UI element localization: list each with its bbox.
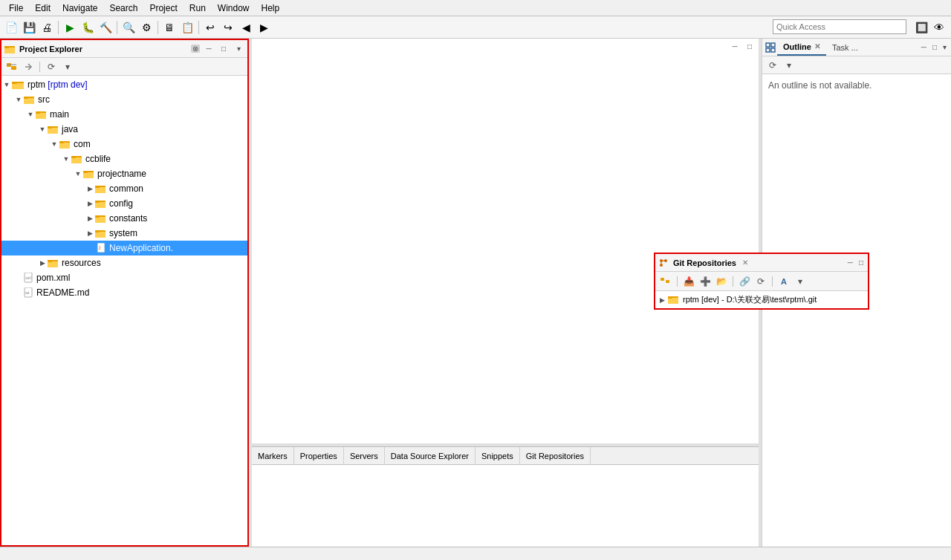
outline-view-menu[interactable]: ▾ [941,43,948,51]
git-refresh-btn[interactable]: ⟳ [753,275,768,288]
tree-item-constants[interactable]: ▶ constants [1,211,247,226]
outline-tab[interactable]: Outline ✕ [777,39,826,56]
menu-file[interactable]: File [3,1,29,15]
tree-item-java[interactable]: ▼ java [1,122,247,137]
menu-run[interactable]: Run [184,1,212,15]
tab-properties[interactable]: Properties [294,447,344,464]
task-btn[interactable]: 📋 [179,19,195,36]
svg-rect-10 [24,98,34,104]
save-button[interactable]: 💾 [21,19,37,36]
outline-content: An outline is not available. [762,74,951,547]
git-text-btn[interactable]: A [776,275,791,288]
svg-rect-44 [48,260,52,262]
link-with-editor-btn[interactable] [21,60,36,74]
git-collapse-btn[interactable] [658,275,673,288]
svg-rect-17 [48,126,52,128]
git-link-btn[interactable]: 🔗 [737,275,752,288]
back-btn[interactable]: ◀ [238,19,254,36]
git-repositories-panel: Git Repositories ✕ ─ □ 📥 ➕ 📂 🔗 ⟳ A ▾ [654,253,869,310]
git-add-btn[interactable]: 📂 [714,275,729,288]
view-menu-btn[interactable]: ▾ [60,60,75,74]
tree-item-main[interactable]: ▼ main [1,107,247,122]
svg-rect-52 [771,48,775,52]
new-button[interactable]: 📄 [3,19,19,36]
build-button[interactable]: 🔨 [97,19,114,36]
outline-view-menu-btn[interactable]: ▾ [782,59,796,72]
git-repo-entry[interactable]: ▶ rptm [dev] - D:\关联交易\test\rptm\.git [655,291,868,308]
outline-sync-btn[interactable]: ⟳ [765,59,780,72]
git-repo-label: rptm [dev] - D:\关联交易\test\rptm\.git [683,294,817,305]
git-repo-folder-icon [668,295,680,305]
task-tab[interactable]: Task ... [826,39,864,56]
tree-item-newapplication[interactable]: J NewApplication. [1,241,247,255]
tree-item-system[interactable]: ▶ system [1,226,247,241]
debug-button[interactable]: 🐛 [79,19,96,36]
constants-folder-icon [95,214,107,224]
tree-item-common[interactable]: ▶ common [1,181,247,196]
git-clone-btn[interactable]: 📥 [681,275,696,288]
project-explorer-menu[interactable]: ▾ [233,43,244,55]
toolbar-sep-1 [58,21,59,34]
tab-datasource[interactable]: Data Source Explorer [385,447,476,464]
sync-btn[interactable]: ⟳ [44,60,59,74]
git-panel-minimize[interactable]: ─ [846,258,854,267]
outline-maximize[interactable]: □ [931,43,938,51]
menu-window[interactable]: Window [212,1,256,15]
menu-search[interactable]: Search [103,1,143,15]
editor-minimize[interactable]: ─ [729,40,741,52]
tree-item-ccblife[interactable]: ▼ ccblife [1,152,247,166]
project-explorer-maximize[interactable]: □ [218,43,230,55]
editor-maximize[interactable]: □ [744,40,756,52]
git-view-menu[interactable]: ▾ [793,275,808,288]
tab-git-repos[interactable]: Git Repositories [520,447,591,464]
git-panel-header: Git Repositories ✕ ─ □ [655,254,868,272]
search-toolbar-btn[interactable]: 🔍 [120,19,137,36]
git-panel-maximize[interactable]: □ [857,258,865,267]
menu-navigate[interactable]: Navigate [56,1,103,15]
svg-rect-26 [83,171,88,173]
bottom-panel-content [252,465,759,547]
tree-item-resources[interactable]: ▶ resources [1,255,247,270]
svg-rect-1 [4,48,15,53]
menu-help[interactable]: Help [256,1,286,15]
tree-arrow-rptm: ▼ [1,79,12,90]
svg-rect-43 [48,261,58,267]
undo-btn[interactable]: ↩ [202,19,218,36]
print-button[interactable]: 🖨 [39,19,55,36]
tree-item-config[interactable]: ▶ config [1,196,247,211]
tab-snippets[interactable]: Snippets [476,447,520,464]
toolbar: 📄 💾 🖨 ▶ 🐛 🔨 🔍 ⚙ 🖥 📋 ↩ ↪ ◀ ▶ 🔲 👁 [0,16,951,39]
svg-rect-2 [4,46,9,48]
project-explorer-minimize[interactable]: ─ [203,43,215,55]
statusbar [0,547,951,560]
tree-item-src[interactable]: ▼ src [1,92,247,107]
menu-project[interactable]: Project [143,1,183,15]
tree-item-com[interactable]: ▼ com [1,137,247,152]
view-btn[interactable]: 👁 [931,19,947,36]
run-button[interactable]: ▶ [62,19,78,36]
menu-edit[interactable]: Edit [29,1,56,15]
forward-btn[interactable]: ▶ [256,19,272,36]
git-create-btn[interactable]: ➕ [698,275,713,288]
outline-minimize[interactable]: ─ [920,43,928,51]
collapse-all-btn[interactable] [4,60,19,74]
quick-access-input[interactable] [773,19,906,34]
tab-markers[interactable]: Markers [252,447,294,464]
tree-label-resources: resources [62,258,101,268]
svg-rect-4 [11,66,16,70]
outline-not-available: An outline is not available. [768,80,872,91]
tree-item-pomxml[interactable]: xml pom.xml [1,270,247,285]
tree-arrow-projectname: ▼ [73,169,83,179]
folder-project-icon [4,44,16,54]
tab-servers[interactable]: Servers [344,447,385,464]
perspective-icon-btn[interactable]: 🔲 [913,19,929,36]
tree-item-rptm[interactable]: ▼ rptm [rptm dev] [1,77,247,92]
outline-close[interactable]: ✕ [814,42,820,51]
git-panel-close[interactable]: ✕ [742,258,748,267]
tree-label-constants: constants [109,213,147,224]
settings-button[interactable]: ⚙ [138,19,155,36]
tree-item-readmemd[interactable]: md README.md [1,285,247,300]
redo-btn[interactable]: ↪ [220,19,236,36]
tree-item-projectname[interactable]: ▼ projectname [1,166,247,181]
perspective-btn[interactable]: 🖥 [161,19,178,36]
